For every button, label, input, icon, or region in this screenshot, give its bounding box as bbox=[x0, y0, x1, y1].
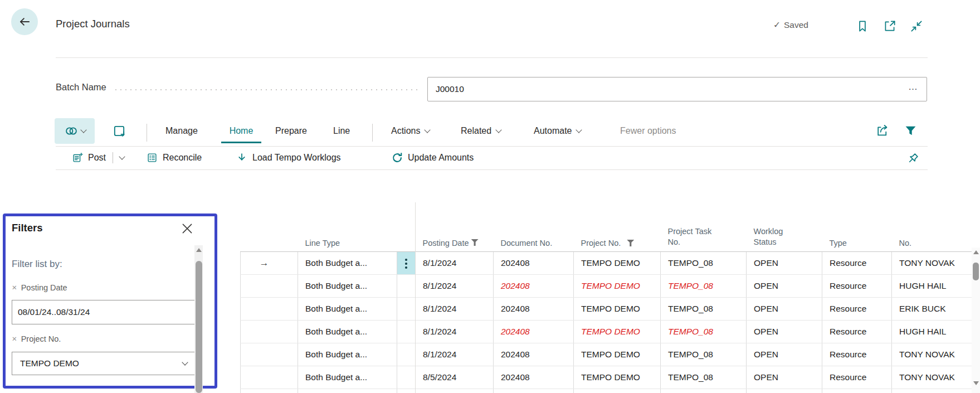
cell-posting-date[interactable]: 8/5/2024 bbox=[416, 366, 494, 389]
cell-project-no[interactable]: TEMPO DEMO bbox=[574, 366, 661, 389]
column-header-project-no[interactable]: Project No. bbox=[574, 202, 661, 252]
cell-posting-date[interactable]: 8/1/2024 bbox=[416, 275, 494, 298]
posting-date-filter-input[interactable] bbox=[12, 300, 196, 324]
cell-row-menu[interactable] bbox=[397, 298, 416, 321]
row-menu-dots-icon[interactable] bbox=[405, 263, 407, 265]
close-icon[interactable] bbox=[180, 221, 196, 236]
open-in-new-window-icon[interactable] bbox=[883, 18, 898, 34]
cell-document-no[interactable]: 202408 bbox=[494, 298, 574, 321]
cell-no[interactable]: TONY NOVAK bbox=[892, 366, 972, 389]
cell-no[interactable]: TONY NOVAK bbox=[892, 343, 972, 366]
cell-type[interactable]: Resource bbox=[822, 298, 892, 321]
row-selector-cell[interactable] bbox=[241, 275, 298, 298]
tab-home[interactable]: Home bbox=[221, 126, 261, 136]
remove-filter-icon[interactable]: ✕ bbox=[12, 284, 17, 292]
column-header-project-task-no[interactable]: Project Task No. bbox=[661, 202, 747, 252]
collapse-icon[interactable] bbox=[909, 18, 925, 34]
cell-row-menu[interactable] bbox=[397, 252, 416, 275]
cell-worklog-status[interactable]: OPEN bbox=[747, 321, 822, 343]
chevron-down-icon[interactable] bbox=[119, 153, 125, 159]
cell-no[interactable]: ERIK BUCK bbox=[892, 298, 972, 321]
share-icon[interactable] bbox=[875, 123, 890, 138]
focus-mode-icon[interactable] bbox=[111, 123, 127, 139]
column-header-line-type[interactable]: Line Type bbox=[298, 202, 397, 252]
remove-filter-icon[interactable]: ✕ bbox=[12, 335, 17, 343]
cell-line-type[interactable]: Both Budget a... bbox=[298, 343, 397, 366]
cell-line-type[interactable]: Both Budget a... bbox=[298, 275, 397, 298]
row-selector-cell[interactable] bbox=[241, 389, 298, 393]
filter-pane-toggle-icon[interactable] bbox=[904, 124, 918, 138]
table-row[interactable]: Both Budget a... 8/1/2024 202408 TEMPO D… bbox=[241, 275, 972, 298]
cell-project-task-no[interactable]: TEMPO_08 bbox=[661, 275, 747, 298]
menu-related[interactable]: Related bbox=[461, 126, 501, 136]
cell-project-no[interactable]: TEMPO DEMO bbox=[574, 275, 661, 298]
column-header-no[interactable]: No. bbox=[892, 202, 972, 252]
filters-pane-scrollbar[interactable] bbox=[194, 245, 203, 393]
column-header-posting-date[interactable]: Posting Date bbox=[416, 202, 494, 252]
cell-row-menu[interactable] bbox=[397, 275, 416, 298]
cell-row-menu[interactable] bbox=[397, 366, 416, 389]
row-selector-cell[interactable] bbox=[241, 366, 298, 389]
bookmark-icon[interactable] bbox=[855, 18, 871, 34]
copilot-button[interactable] bbox=[55, 118, 95, 144]
cell-worklog-status[interactable]: OPEN bbox=[747, 366, 822, 389]
table-row[interactable]: Both Budget a... 8/5/2024 202408 TEMPO D… bbox=[241, 366, 972, 389]
scrollbar-thumb[interactable] bbox=[973, 263, 979, 280]
cell-posting-date[interactable]: 8/1/2024 bbox=[416, 343, 494, 366]
cell-no[interactable]: HUGH HAIL bbox=[892, 275, 972, 298]
cell-project-task-no[interactable]: TEMPO_08 bbox=[661, 343, 747, 366]
table-row[interactable]: Both Budget a... 8/1/2024 202408 TEMPO D… bbox=[241, 321, 972, 343]
table-row[interactable]: Both Budget a... 8/1/2024 202408 TEMPO D… bbox=[241, 298, 972, 321]
table-row[interactable]: Both Budget a... 8/1/2024 202408 TEMPO D… bbox=[241, 343, 972, 366]
cell-posting-date[interactable]: 8/1/2024 bbox=[416, 298, 494, 321]
batch-name-input[interactable] bbox=[427, 77, 927, 101]
cell-line-type[interactable]: Both Budget a... bbox=[298, 321, 397, 343]
cell-project-no[interactable] bbox=[574, 389, 661, 393]
column-header-worklog-status[interactable]: Worklog Status bbox=[747, 202, 822, 252]
tab-manage[interactable]: Manage bbox=[165, 126, 198, 136]
cell-line-type[interactable] bbox=[298, 389, 397, 393]
cell-project-task-no[interactable]: TEMPO_08 bbox=[661, 252, 747, 275]
cell-project-no[interactable]: TEMPO DEMO bbox=[574, 321, 661, 343]
cell-row-menu[interactable] bbox=[397, 321, 416, 343]
tab-line[interactable]: Line bbox=[333, 126, 350, 136]
cell-worklog-status[interactable] bbox=[747, 389, 822, 393]
cell-type[interactable]: Resource bbox=[822, 252, 892, 275]
cell-project-task-no[interactable] bbox=[661, 389, 747, 393]
cell-no[interactable]: HUGH HAIL bbox=[892, 321, 972, 343]
cell-worklog-status[interactable]: OPEN bbox=[747, 343, 822, 366]
tab-prepare[interactable]: Prepare bbox=[275, 126, 307, 136]
column-header-document-no[interactable]: Document No. bbox=[494, 202, 574, 252]
cell-worklog-status[interactable]: OPEN bbox=[747, 252, 822, 275]
scroll-up-icon[interactable] bbox=[973, 250, 979, 254]
cell-line-type[interactable]: Both Budget a... bbox=[298, 366, 397, 389]
cell-type[interactable] bbox=[822, 389, 892, 393]
cell-type[interactable]: Resource bbox=[822, 343, 892, 366]
cell-posting-date[interactable] bbox=[416, 389, 494, 393]
back-button[interactable] bbox=[11, 8, 38, 35]
cell-document-no[interactable]: 202408 bbox=[494, 252, 574, 275]
row-selector-cell[interactable] bbox=[241, 298, 298, 321]
cell-type[interactable]: Resource bbox=[822, 321, 892, 343]
row-selector-cell[interactable] bbox=[241, 343, 298, 366]
scrollbar-thumb[interactable] bbox=[196, 261, 202, 393]
cell-document-no[interactable]: 202408 bbox=[494, 366, 574, 389]
scroll-up-icon[interactable] bbox=[196, 248, 202, 252]
table-row[interactable] bbox=[241, 389, 972, 393]
reconcile-button[interactable]: Reconcile bbox=[146, 152, 202, 164]
post-button[interactable]: Post bbox=[71, 152, 124, 164]
cell-worklog-status[interactable]: OPEN bbox=[747, 298, 822, 321]
column-header-selector[interactable] bbox=[241, 202, 298, 252]
cell-document-no[interactable]: 202408 bbox=[494, 321, 574, 343]
cell-line-type[interactable]: Both Budget a... bbox=[298, 298, 397, 321]
cell-line-type[interactable]: Both Budget a... bbox=[298, 252, 397, 275]
update-amounts-button[interactable]: Update Amounts bbox=[391, 152, 474, 164]
project-no-filter-dropdown[interactable]: TEMPO DEMO bbox=[12, 352, 196, 375]
load-tempo-worklogs-button[interactable]: Load Tempo Worklogs bbox=[236, 152, 341, 164]
cell-project-no[interactable]: TEMPO DEMO bbox=[574, 298, 661, 321]
cell-no[interactable] bbox=[892, 389, 972, 393]
cell-project-task-no[interactable]: TEMPO_08 bbox=[661, 321, 747, 343]
cell-posting-date[interactable]: 8/1/2024 bbox=[416, 252, 494, 275]
cell-type[interactable]: Resource bbox=[822, 366, 892, 389]
row-selector-cell[interactable]: → bbox=[241, 252, 298, 275]
